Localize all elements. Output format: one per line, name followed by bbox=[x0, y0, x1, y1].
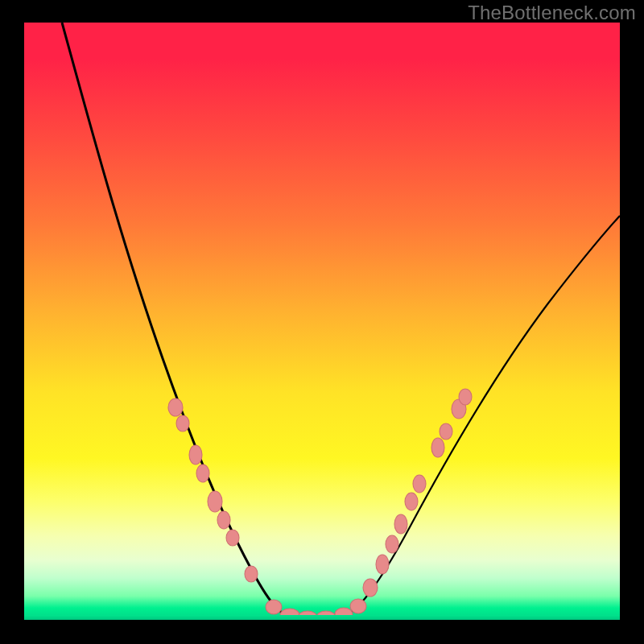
data-marker bbox=[459, 389, 472, 405]
data-marker bbox=[217, 511, 230, 529]
data-marker bbox=[405, 493, 418, 510]
data-marker bbox=[431, 438, 444, 457]
plot-area bbox=[24, 23, 620, 620]
data-marker bbox=[413, 475, 426, 493]
chart-container: TheBottleneck.com bbox=[0, 0, 644, 644]
bottleneck-curve bbox=[24, 23, 620, 620]
data-marker bbox=[266, 600, 282, 614]
data-marker bbox=[226, 530, 239, 546]
data-marker bbox=[196, 464, 209, 482]
watermark-text: TheBottleneck.com bbox=[468, 2, 636, 24]
data-marker bbox=[245, 566, 258, 582]
data-marker bbox=[176, 415, 189, 431]
baseline-stripe bbox=[24, 615, 620, 620]
data-marker bbox=[376, 555, 389, 574]
data-marker bbox=[440, 423, 452, 440]
data-marker bbox=[189, 445, 202, 464]
data-marker bbox=[386, 535, 398, 553]
data-marker bbox=[168, 398, 183, 416]
data-marker bbox=[208, 491, 222, 512]
data-marker bbox=[350, 599, 366, 613]
data-marker bbox=[363, 579, 378, 597]
data-marker bbox=[394, 514, 407, 534]
